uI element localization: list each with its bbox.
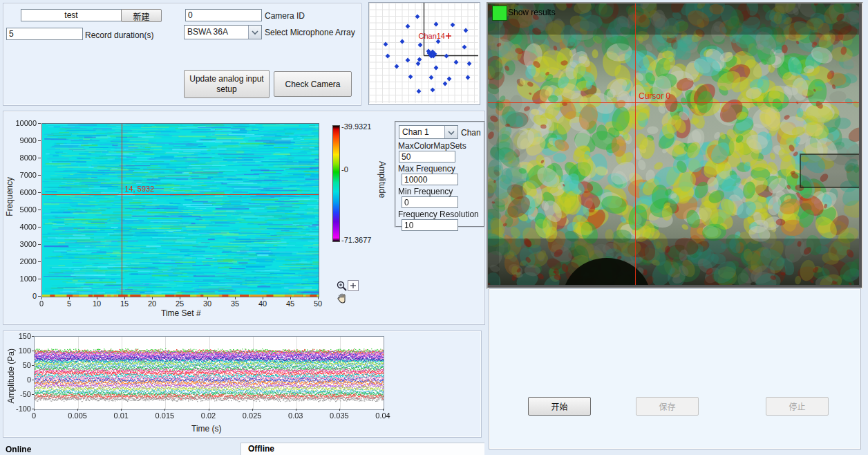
start-button[interactable]: 开始 xyxy=(528,397,591,416)
waveform-plot[interactable] xyxy=(34,336,384,410)
axis-tick-label: 0 xyxy=(33,299,50,308)
axis-tickmark xyxy=(32,380,34,380)
spectrogram-cursor-hline[interactable] xyxy=(42,194,319,195)
amplitude-colorbar-label: Amplitude xyxy=(377,161,387,198)
pan-hand-icon[interactable] xyxy=(337,292,348,306)
offline-status-box: Offline xyxy=(240,443,484,455)
axis-tick-label: 0.015 xyxy=(152,411,177,420)
show-results-label: Show results xyxy=(508,8,556,17)
time-axis-label: Time (s) xyxy=(191,424,222,434)
waveform-panel: Amplitude (Pa) Time (s) 150100500-50-100… xyxy=(3,331,482,438)
axis-tickmark xyxy=(34,409,35,411)
axis-tick-label: 45 xyxy=(282,299,299,308)
offline-status: Offline xyxy=(248,444,274,454)
axis-tick-label: 8000 xyxy=(10,154,37,162)
max-frequency-input[interactable] xyxy=(402,174,458,185)
new-button[interactable]: 新建 xyxy=(121,9,162,22)
axis-tick-label: 0.03 xyxy=(283,411,308,420)
axis-tickmark xyxy=(69,297,70,299)
zoom-icon[interactable] xyxy=(336,280,348,294)
axis-tick-label: 0.01 xyxy=(108,411,133,420)
axis-tickmark xyxy=(339,409,340,411)
colorbar-mid-label: -0 xyxy=(341,165,348,174)
axis-tickmark xyxy=(32,336,34,337)
check-camera-button[interactable]: Check Camera xyxy=(274,71,352,97)
axis-tick-label: 2000 xyxy=(10,257,37,266)
axis-tickmark xyxy=(124,297,125,299)
axis-tickmark xyxy=(121,409,122,411)
axis-tickmark xyxy=(180,297,180,299)
axis-tickmark xyxy=(77,409,78,411)
param-label: Frequency Resolution xyxy=(398,210,479,219)
min-frequency-input[interactable] xyxy=(402,196,458,208)
axis-tickmark xyxy=(290,297,291,299)
axis-tick-label: -50 xyxy=(9,390,31,398)
axis-tickmark xyxy=(38,158,41,158)
amplitude-colorbar xyxy=(332,125,340,242)
spectrogram-plot[interactable]: 14, 5932 xyxy=(41,123,319,297)
axis-tick-label: 40 xyxy=(254,299,271,308)
axis-tick-label: 9000 xyxy=(10,136,37,145)
save-button[interactable]: 保存 xyxy=(636,397,699,416)
axis-tickmark xyxy=(38,227,41,228)
svg-text:Chan14: Chan14 xyxy=(418,32,445,40)
colorbar-min-label: -71.3677 xyxy=(341,236,371,244)
axis-tick-label: 50 xyxy=(310,299,326,308)
update-analog-input-button[interactable]: Update analog input setup xyxy=(184,70,270,98)
camera-cursor-label: Cursor 0 xyxy=(639,91,670,101)
camera-view-frame: Cursor 0 Show results xyxy=(487,2,863,289)
axis-tickmark xyxy=(38,192,41,193)
mic-array-plot: Chan14 xyxy=(369,3,478,103)
axis-tick-label: 0 xyxy=(9,375,31,384)
record-duration-label: Record duration(s) xyxy=(85,30,153,40)
axis-tickmark xyxy=(164,409,165,411)
axis-tick-label: 0.025 xyxy=(240,411,265,420)
mic-array-select[interactable]: BSWA 36A xyxy=(184,25,262,39)
spectrogram-cursor-vline[interactable] xyxy=(122,124,122,297)
axis-tick-label: 10 xyxy=(88,299,105,308)
axis-tickmark xyxy=(383,409,384,411)
show-results-checkbox[interactable] xyxy=(492,6,507,21)
axis-tickmark xyxy=(252,409,253,411)
app-window: 新建 Record duration(s) Camera ID BSWA 36A… xyxy=(0,0,868,455)
test-name-input[interactable] xyxy=(21,9,122,21)
axis-tickmark xyxy=(209,409,209,411)
camera-view[interactable] xyxy=(488,3,859,285)
param-label: Min Frequency xyxy=(398,187,453,196)
mic-array-select-value: BSWA 36A xyxy=(187,27,228,37)
axis-tickmark xyxy=(38,140,41,141)
chan-select-value: Chan 1 xyxy=(402,127,429,137)
chevron-down-icon xyxy=(444,126,457,138)
axis-tick-label: 5000 xyxy=(10,205,37,214)
axis-tickmark xyxy=(38,175,41,176)
axis-tickmark xyxy=(38,244,41,245)
axis-tick-label: 150 xyxy=(9,332,31,340)
record-duration-input[interactable] xyxy=(6,28,83,40)
camera-id-input[interactable] xyxy=(185,9,262,21)
axis-tickmark xyxy=(32,394,34,395)
axis-tick-label: 1000 xyxy=(10,275,37,283)
axis-tick-label: 25 xyxy=(171,299,188,308)
axis-tick-label: 0.035 xyxy=(327,411,352,420)
frequency-resolution-input[interactable] xyxy=(402,219,458,231)
axis-tick-label: 10000 xyxy=(10,119,37,127)
axis-tickmark xyxy=(207,297,208,299)
zoom-rect-icon[interactable] xyxy=(348,280,359,291)
stop-button[interactable]: 停止 xyxy=(766,397,829,416)
camera-cursor-hline[interactable] xyxy=(488,102,859,103)
max-colormap-input[interactable] xyxy=(399,151,455,162)
spectrogram-image xyxy=(42,124,319,297)
axis-tickmark xyxy=(38,210,41,210)
axis-tickmark xyxy=(38,123,41,124)
axis-tickmark xyxy=(32,351,34,351)
online-status: Online xyxy=(6,445,31,454)
axis-tick-label: 4000 xyxy=(10,223,37,231)
spectrogram-cursor-readout: 14, 5932 xyxy=(124,185,154,193)
axis-tick-label: 35 xyxy=(227,299,243,308)
camera-cursor-vline[interactable] xyxy=(635,3,636,285)
axis-tick-label: 50 xyxy=(9,361,31,369)
axis-tickmark xyxy=(296,409,296,411)
waveform-traces xyxy=(35,337,384,409)
axis-tick-label: 0.02 xyxy=(196,411,221,420)
chan-select[interactable]: Chan 1 xyxy=(399,125,458,139)
